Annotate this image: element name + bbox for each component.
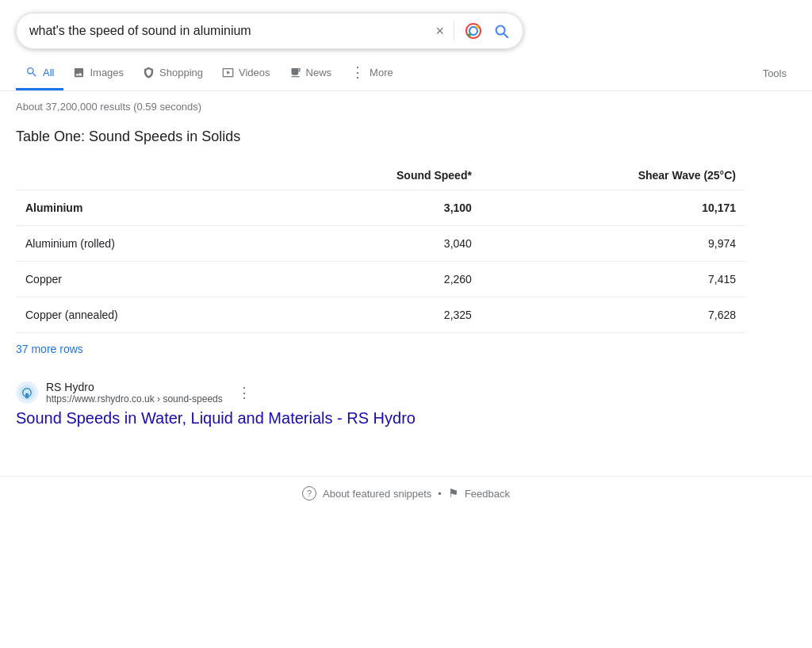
images-icon (73, 67, 85, 79)
help-icon[interactable]: ? (302, 486, 316, 500)
table-row: Copper2,2607,415 (16, 262, 745, 297)
result-site-name: RS Hydro (46, 381, 223, 393)
table-row: Copper (annealed)2,3257,628 (16, 297, 745, 333)
tab-news-label: News (306, 67, 332, 79)
svg-point-2 (468, 33, 471, 36)
tab-more[interactable]: ⋮ More (341, 56, 403, 91)
cell-speed: 2,260 (268, 262, 481, 297)
footer-bar: ? About featured snippets • ⚑ Feedback (0, 476, 812, 510)
clear-icon[interactable]: × (435, 24, 444, 38)
feedback-link[interactable]: Feedback (465, 488, 510, 500)
cell-material: Aluminium (16, 190, 268, 226)
sound-speed-table: Sound Speed* Shear Wave (25°C) Aluminium… (16, 161, 745, 333)
search-icons: × (435, 21, 510, 40)
cell-speed: 3,040 (268, 226, 481, 262)
col-header-material (16, 161, 268, 190)
tab-videos-label: Videos (239, 67, 270, 79)
result-title[interactable]: Sound Speeds in Water, Liquid and Materi… (16, 408, 745, 428)
table-row: Aluminium3,10010,171 (16, 190, 745, 226)
cell-shear: 9,974 (481, 226, 745, 262)
search-submit-icon[interactable] (492, 22, 510, 40)
shopping-icon (143, 67, 155, 79)
feedback-icon[interactable]: ⚑ (448, 486, 458, 500)
search-result: RS Hydro https://www.rshydro.co.uk › sou… (16, 381, 745, 428)
news-icon (289, 67, 301, 79)
tab-news[interactable]: News (280, 57, 342, 90)
results-count: About 37,200,000 results (0.59 seconds) (16, 101, 745, 113)
favicon-svg (19, 385, 35, 401)
cell-material: Copper (16, 262, 268, 297)
tab-images-label: Images (90, 67, 124, 79)
result-menu-icon[interactable]: ⋮ (237, 384, 251, 401)
cell-material: Aluminium (rolled) (16, 226, 268, 262)
more-dots-icon: ⋮ (350, 65, 365, 79)
col-header-shear: Shear Wave (25°C) (481, 161, 745, 190)
col-header-speed: Sound Speed* (268, 161, 481, 190)
search-divider (454, 21, 454, 40)
lens-icon[interactable] (464, 21, 483, 40)
search-input[interactable]: what's the speed of sound in aluminium (29, 24, 435, 38)
tab-shopping[interactable]: Shopping (133, 57, 213, 90)
cell-material: Copper (annealed) (16, 297, 268, 333)
cell-shear: 7,628 (481, 297, 745, 333)
result-favicon (16, 382, 38, 404)
cell-speed: 2,325 (268, 297, 481, 333)
table-header-row: Sound Speed* Shear Wave (25°C) (16, 161, 745, 190)
cell-speed: 3,100 (268, 190, 481, 226)
section-title: Table One: Sound Speeds in Solids (16, 128, 745, 145)
search-bar-container: what's the speed of sound in aluminium × (0, 0, 812, 49)
footer-dot: • (438, 488, 442, 500)
nav-tabs: All Images Shopping Videos News ⋮ More T… (0, 56, 812, 91)
svg-point-4 (25, 393, 29, 399)
tab-tools[interactable]: Tools (753, 58, 796, 89)
tab-images[interactable]: Images (63, 57, 133, 90)
tab-all-label: All (43, 67, 54, 79)
results-container: About 37,200,000 results (0.59 seconds) … (0, 91, 761, 444)
tab-shopping-label: Shopping (159, 67, 203, 79)
tab-all[interactable]: All (16, 56, 63, 90)
result-source: RS Hydro https://www.rshydro.co.uk › sou… (16, 381, 745, 405)
more-rows-link[interactable]: 37 more rows (16, 343, 83, 355)
result-site-info: RS Hydro https://www.rshydro.co.uk › sou… (46, 381, 223, 405)
svg-point-1 (476, 25, 479, 29)
all-icon (25, 66, 38, 79)
tab-more-label: More (370, 67, 393, 79)
tab-videos[interactable]: Videos (213, 57, 280, 90)
videos-icon (222, 67, 234, 79)
table-row: Aluminium (rolled)3,0409,974 (16, 226, 745, 262)
cell-shear: 10,171 (481, 190, 745, 226)
search-bar: what's the speed of sound in aluminium × (16, 13, 523, 49)
result-url: https://www.rshydro.co.uk › sound-speeds (46, 393, 223, 405)
cell-shear: 7,415 (481, 262, 745, 297)
about-snippets-link[interactable]: About featured snippets (323, 488, 431, 500)
